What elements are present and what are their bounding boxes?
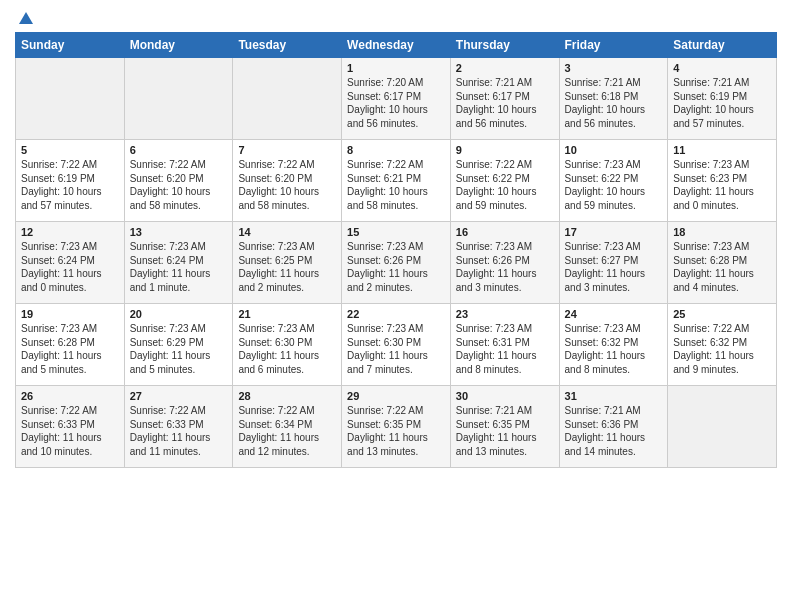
calendar-cell: 15Sunrise: 7:23 AM Sunset: 6:26 PM Dayli… [342,222,451,304]
day-number: 28 [238,390,336,402]
day-info: Sunrise: 7:22 AM Sunset: 6:33 PM Dayligh… [130,404,228,458]
day-number: 19 [21,308,119,320]
day-info: Sunrise: 7:23 AM Sunset: 6:28 PM Dayligh… [21,322,119,376]
day-number: 18 [673,226,771,238]
day-number: 15 [347,226,445,238]
day-number: 11 [673,144,771,156]
calendar-cell: 25Sunrise: 7:22 AM Sunset: 6:32 PM Dayli… [668,304,777,386]
day-info: Sunrise: 7:22 AM Sunset: 6:20 PM Dayligh… [130,158,228,212]
calendar-cell [233,58,342,140]
day-number: 25 [673,308,771,320]
calendar-cell: 28Sunrise: 7:22 AM Sunset: 6:34 PM Dayli… [233,386,342,468]
day-number: 14 [238,226,336,238]
week-row-3: 19Sunrise: 7:23 AM Sunset: 6:28 PM Dayli… [16,304,777,386]
day-info: Sunrise: 7:23 AM Sunset: 6:24 PM Dayligh… [21,240,119,294]
day-header-wednesday: Wednesday [342,33,451,58]
week-row-4: 26Sunrise: 7:22 AM Sunset: 6:33 PM Dayli… [16,386,777,468]
day-number: 3 [565,62,663,74]
day-info: Sunrise: 7:23 AM Sunset: 6:22 PM Dayligh… [565,158,663,212]
calendar-cell: 20Sunrise: 7:23 AM Sunset: 6:29 PM Dayli… [124,304,233,386]
day-number: 26 [21,390,119,402]
day-info: Sunrise: 7:23 AM Sunset: 6:30 PM Dayligh… [238,322,336,376]
calendar-cell: 21Sunrise: 7:23 AM Sunset: 6:30 PM Dayli… [233,304,342,386]
day-header-saturday: Saturday [668,33,777,58]
day-number: 29 [347,390,445,402]
day-info: Sunrise: 7:23 AM Sunset: 6:26 PM Dayligh… [347,240,445,294]
logo [15,10,35,24]
calendar-cell: 1Sunrise: 7:20 AM Sunset: 6:17 PM Daylig… [342,58,451,140]
day-info: Sunrise: 7:23 AM Sunset: 6:26 PM Dayligh… [456,240,554,294]
header [15,10,777,24]
day-info: Sunrise: 7:23 AM Sunset: 6:27 PM Dayligh… [565,240,663,294]
day-number: 17 [565,226,663,238]
day-number: 21 [238,308,336,320]
page: SundayMondayTuesdayWednesdayThursdayFrid… [0,0,792,612]
day-number: 9 [456,144,554,156]
calendar: SundayMondayTuesdayWednesdayThursdayFrid… [15,32,777,468]
day-number: 10 [565,144,663,156]
day-info: Sunrise: 7:21 AM Sunset: 6:18 PM Dayligh… [565,76,663,130]
day-info: Sunrise: 7:21 AM Sunset: 6:17 PM Dayligh… [456,76,554,130]
day-info: Sunrise: 7:21 AM Sunset: 6:19 PM Dayligh… [673,76,771,130]
day-number: 31 [565,390,663,402]
calendar-cell [16,58,125,140]
day-header-thursday: Thursday [450,33,559,58]
week-row-2: 12Sunrise: 7:23 AM Sunset: 6:24 PM Dayli… [16,222,777,304]
day-number: 20 [130,308,228,320]
day-info: Sunrise: 7:23 AM Sunset: 6:28 PM Dayligh… [673,240,771,294]
day-info: Sunrise: 7:23 AM Sunset: 6:29 PM Dayligh… [130,322,228,376]
day-info: Sunrise: 7:22 AM Sunset: 6:22 PM Dayligh… [456,158,554,212]
week-row-0: 1Sunrise: 7:20 AM Sunset: 6:17 PM Daylig… [16,58,777,140]
calendar-cell: 10Sunrise: 7:23 AM Sunset: 6:22 PM Dayli… [559,140,668,222]
calendar-cell: 31Sunrise: 7:21 AM Sunset: 6:36 PM Dayli… [559,386,668,468]
day-info: Sunrise: 7:22 AM Sunset: 6:32 PM Dayligh… [673,322,771,376]
day-info: Sunrise: 7:22 AM Sunset: 6:33 PM Dayligh… [21,404,119,458]
calendar-cell: 11Sunrise: 7:23 AM Sunset: 6:23 PM Dayli… [668,140,777,222]
day-info: Sunrise: 7:21 AM Sunset: 6:35 PM Dayligh… [456,404,554,458]
day-number: 6 [130,144,228,156]
calendar-cell: 9Sunrise: 7:22 AM Sunset: 6:22 PM Daylig… [450,140,559,222]
day-number: 13 [130,226,228,238]
day-number: 24 [565,308,663,320]
day-number: 23 [456,308,554,320]
day-header-monday: Monday [124,33,233,58]
calendar-cell: 8Sunrise: 7:22 AM Sunset: 6:21 PM Daylig… [342,140,451,222]
calendar-cell: 17Sunrise: 7:23 AM Sunset: 6:27 PM Dayli… [559,222,668,304]
day-header-sunday: Sunday [16,33,125,58]
day-number: 8 [347,144,445,156]
day-number: 2 [456,62,554,74]
day-info: Sunrise: 7:22 AM Sunset: 6:19 PM Dayligh… [21,158,119,212]
calendar-cell: 4Sunrise: 7:21 AM Sunset: 6:19 PM Daylig… [668,58,777,140]
calendar-cell [668,386,777,468]
calendar-cell: 13Sunrise: 7:23 AM Sunset: 6:24 PM Dayli… [124,222,233,304]
day-info: Sunrise: 7:21 AM Sunset: 6:36 PM Dayligh… [565,404,663,458]
day-number: 16 [456,226,554,238]
calendar-cell: 30Sunrise: 7:21 AM Sunset: 6:35 PM Dayli… [450,386,559,468]
calendar-cell: 24Sunrise: 7:23 AM Sunset: 6:32 PM Dayli… [559,304,668,386]
calendar-cell: 29Sunrise: 7:22 AM Sunset: 6:35 PM Dayli… [342,386,451,468]
calendar-cell: 27Sunrise: 7:22 AM Sunset: 6:33 PM Dayli… [124,386,233,468]
calendar-cell: 18Sunrise: 7:23 AM Sunset: 6:28 PM Dayli… [668,222,777,304]
calendar-cell: 16Sunrise: 7:23 AM Sunset: 6:26 PM Dayli… [450,222,559,304]
day-header-tuesday: Tuesday [233,33,342,58]
calendar-cell: 19Sunrise: 7:23 AM Sunset: 6:28 PM Dayli… [16,304,125,386]
day-info: Sunrise: 7:23 AM Sunset: 6:31 PM Dayligh… [456,322,554,376]
svg-marker-0 [19,12,33,24]
day-info: Sunrise: 7:22 AM Sunset: 6:20 PM Dayligh… [238,158,336,212]
day-info: Sunrise: 7:23 AM Sunset: 6:30 PM Dayligh… [347,322,445,376]
day-header-friday: Friday [559,33,668,58]
calendar-cell: 6Sunrise: 7:22 AM Sunset: 6:20 PM Daylig… [124,140,233,222]
calendar-cell [124,58,233,140]
calendar-cell: 22Sunrise: 7:23 AM Sunset: 6:30 PM Dayli… [342,304,451,386]
day-number: 12 [21,226,119,238]
day-number: 30 [456,390,554,402]
calendar-cell: 3Sunrise: 7:21 AM Sunset: 6:18 PM Daylig… [559,58,668,140]
day-info: Sunrise: 7:22 AM Sunset: 6:35 PM Dayligh… [347,404,445,458]
day-number: 1 [347,62,445,74]
calendar-cell: 14Sunrise: 7:23 AM Sunset: 6:25 PM Dayli… [233,222,342,304]
day-number: 22 [347,308,445,320]
day-info: Sunrise: 7:23 AM Sunset: 6:23 PM Dayligh… [673,158,771,212]
day-number: 7 [238,144,336,156]
calendar-cell: 26Sunrise: 7:22 AM Sunset: 6:33 PM Dayli… [16,386,125,468]
day-info: Sunrise: 7:22 AM Sunset: 6:34 PM Dayligh… [238,404,336,458]
